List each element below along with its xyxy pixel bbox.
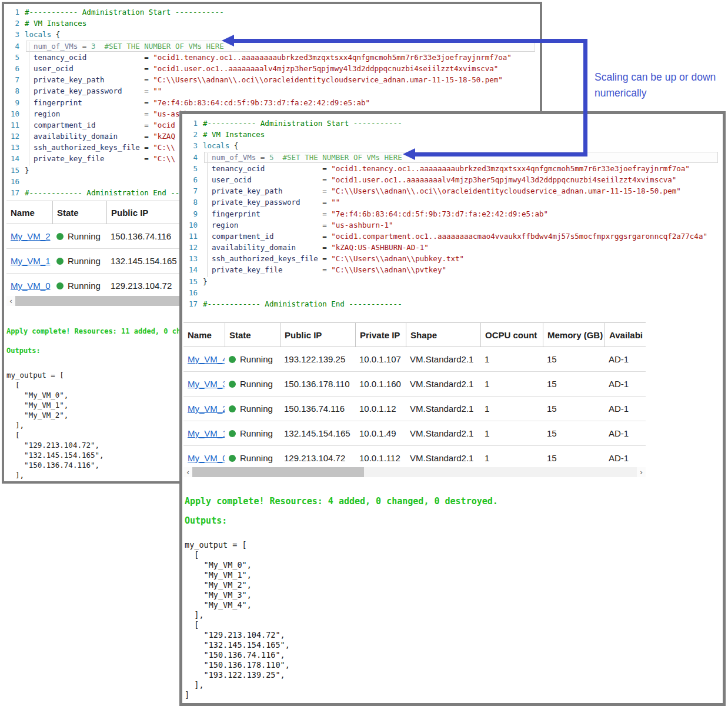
table-cell: 150.136.74.116 [280,397,355,421]
code-token: = [74,63,153,74]
terminal-output: Apply complete! Resources: 4 added, 0 ch… [185,497,498,700]
code-token: "kZAQ:US-ASHBURN-AD-1" [331,242,429,253]
line-number: 7 [6,74,19,85]
line-number: 17 [185,298,198,309]
line-number: 14 [185,264,198,275]
scroll-left-icon[interactable]: ‹ [6,296,15,306]
arrow-head-icon [403,148,415,160]
line-number: 11 [6,119,19,131]
code-line: 7 private_key_path = "C:\\Users\\adnan\\… [185,185,722,197]
output-line: ], [6,420,185,430]
table-cell: 15 [543,446,605,470]
vm-name-link[interactable]: My_VM_3 [188,379,225,389]
name-cell: My_VM_0 [183,446,225,470]
code-token: "C:\\Users\\adnan\\.oci\\oracleidentityc… [153,74,503,85]
table-cell: AD-1 [605,397,646,421]
column-header: OCPU count [480,323,543,347]
table-cell: 1 [480,347,543,371]
code-token: user_ocid [34,63,74,74]
output-line: "My_VM_0", [185,560,498,570]
scrollbar-track[interactable] [364,467,637,477]
table-cell: 1 [480,446,543,470]
code-line: 9 fingerprint = "7e:f4:6b:83:64:cd:5f:9b… [185,208,722,219]
name-cell: My_VM_2 [6,224,52,248]
vm-name-link[interactable]: My_VM_1 [11,256,51,266]
code-line: 1#----------- Administration Start -----… [185,118,722,129]
spacer [185,526,498,540]
scrollbar-thumb[interactable] [192,467,364,477]
name-cell: My_VM_1 [183,421,225,445]
output-line: ], [185,610,498,620]
code-line: 6 user_ocid = "ocid1.user.oc1..aaaaaaaal… [6,63,539,74]
code-token: "C:\\Users\\adnan\\pubkey.txt" [331,253,464,264]
code-token: "" [331,197,340,208]
code-token: = [60,108,153,119]
vm-name-link[interactable]: My_VM_1 [188,428,225,438]
vm-name-link[interactable]: My_VM_2 [11,231,51,241]
table-cell: AD-1 [605,446,646,470]
state-label: Running [240,453,273,463]
table-cell: 15 [543,347,605,371]
code-token: locals [203,140,229,151]
line-number: 2 [185,129,198,140]
line-number: 11 [185,231,198,242]
horizontal-scrollbar[interactable]: ‹ › [183,467,646,477]
vm-name-link[interactable]: My_VM_0 [188,453,225,463]
line-number: 1 [6,6,19,18]
code-token: = [118,131,153,142]
table-cell: 132.145.154.165 [280,421,355,445]
line-number: 12 [185,242,198,253]
state-cell: Running [225,397,280,421]
scroll-left-icon[interactable]: ‹ [183,467,192,477]
state-cell: Running [52,274,106,298]
code-token: region [34,108,60,119]
line-number: 16 [185,287,198,298]
code-token: "7e:f4:6b:83:64:cd:5f:9b:73:d7:fa:e2:42:… [153,97,370,108]
editor-window-after-scaling: 1#----------- Administration Start -----… [179,111,726,706]
table-cell: 150.136.178.110 [280,372,355,396]
code-token: = [78,41,91,52]
vm-name-link[interactable]: My_VM_0 [11,281,51,291]
code-editor[interactable]: 1#----------- Administration Start -----… [185,118,722,309]
line-number: 6 [6,63,19,74]
code-token: { [51,29,60,40]
state-label: Running [240,428,273,438]
vm-name-link[interactable]: My_VM_2 [188,404,225,414]
code-token: } [203,276,208,287]
code-token: = [95,119,153,131]
output-line: my_output = [ [6,370,185,380]
scaling-arrow-segment [415,152,587,156]
code-token: = [300,197,332,208]
line-number: 5 [185,163,198,174]
code-line: 5 tenancy_ocid = "ocid1.tenancy.oc1..aaa… [6,52,539,63]
code-token: = [252,174,331,185]
code-token: "ocid1.user.oc1..aaaaaaaalv4mjzp3her5qpj… [153,63,498,74]
code-token: #------------ Administration End -------… [203,298,402,309]
line-number: 3 [185,140,198,151]
code-token: availability_domain [34,131,118,142]
code-line: 8 private_key_password = "" [6,85,539,96]
spacer [6,337,185,346]
code-token: # VM Instances [25,18,86,29]
code-token: "C:\\Users\\adnan\\.oci\\oracleidentityc… [331,185,681,197]
code-token: = [82,97,153,108]
vm-name-link[interactable]: My_VM_4 [188,354,225,364]
line-number: 4 [6,41,19,52]
running-status-icon [56,258,64,265]
line-number: 3 [6,29,19,40]
code-line: 10 region = "us-ashburn-1" [185,219,722,231]
code-token: = [122,85,153,96]
table-cell: VM.Standard2.1 [406,397,480,421]
code-token: private_key_path [34,74,104,85]
output-line: "150.136.74.116", [185,650,498,660]
spacer [6,356,185,370]
code-token: "C:\\ [153,142,175,153]
column-header: State [52,201,106,224]
code-token: = [296,242,331,253]
code-token [95,41,104,52]
table-cell: VM.Standard2.1 [406,421,480,445]
scaling-arrow-segment [233,39,587,43]
line-number: 5 [6,52,19,63]
scroll-right-icon[interactable]: › [637,467,646,477]
table-cell: 1 [480,372,543,396]
